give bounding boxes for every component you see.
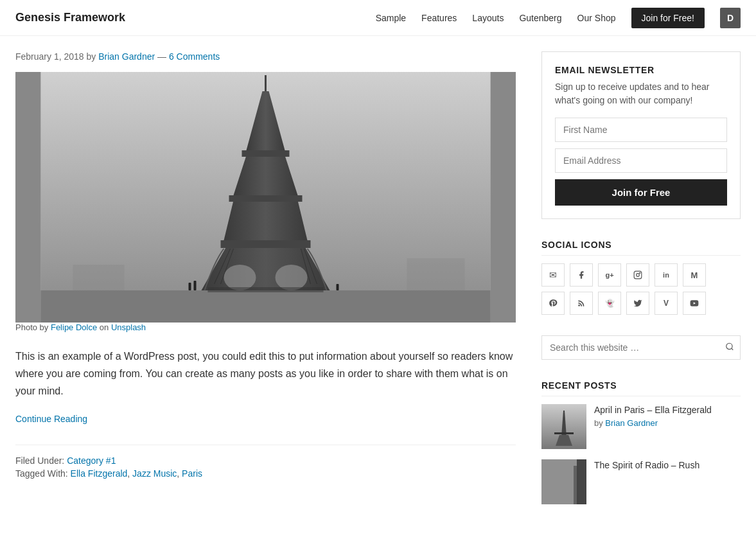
svg-point-15 <box>224 265 256 290</box>
post-author-link[interactable]: Brian Gardner <box>98 51 155 62</box>
page-wrapper: February 1, 2018 by Brian Gardner — 6 Co… <box>0 36 756 525</box>
recent-post-title-link-1[interactable]: April in Paris – Ella Fitzgerald <box>594 405 712 415</box>
svg-rect-6 <box>229 195 303 202</box>
search-input-wrap <box>541 335 741 360</box>
nav-layouts[interactable]: Layouts <box>472 13 504 23</box>
post-footer: Filed Under: Category #1 Tagged With: El… <box>15 445 516 479</box>
nav-sample[interactable]: Sample <box>376 13 406 23</box>
nav-our-shop[interactable]: Our Shop <box>577 13 616 23</box>
post-comments-link[interactable]: 6 Comments <box>169 51 220 62</box>
svg-point-24 <box>637 274 640 277</box>
recent-posts-title: Recent Posts <box>541 380 741 396</box>
recent-post-item-2: The Spirit of Radio – Rush <box>541 459 741 504</box>
recent-post-item: April in Paris – Ella Fitzgerald by Bria… <box>541 404 741 449</box>
pinterest-icon[interactable] <box>541 292 565 315</box>
eiffel-tower-illustration <box>15 72 516 323</box>
svg-rect-8 <box>242 150 290 157</box>
email-icon[interactable]: ✉ <box>541 263 565 287</box>
main-content: February 1, 2018 by Brian Gardner — 6 Co… <box>15 51 516 525</box>
recent-posts-widget: Recent Posts <box>541 380 741 504</box>
nav-join-free[interactable]: Join for Free! <box>631 8 705 28</box>
tag-paris[interactable]: Paris <box>182 468 202 479</box>
recent-post-author-1: by Brian Gardner <box>594 418 712 428</box>
tagged-with-label: Tagged With: <box>15 468 68 479</box>
recent-post-thumbnail-2 <box>541 459 586 504</box>
tag-ella-fitzgerald[interactable]: Ella Fitzgerald <box>71 468 128 479</box>
svg-rect-19 <box>194 281 197 290</box>
recent-post-info-2: The Spirit of Radio – Rush <box>594 459 699 472</box>
recent-post-thumbnail-image-1 <box>541 404 586 449</box>
search-icon <box>725 342 734 351</box>
svg-rect-18 <box>189 283 191 290</box>
post-image-container: Photo by Felipe Dolce on Unsplash <box>15 72 516 332</box>
svg-rect-4 <box>221 240 311 248</box>
snapchat-icon[interactable]: 👻 <box>598 292 621 315</box>
social-icons-title: Social Icons <box>541 240 741 256</box>
recent-post-info-1: April in Paris – Ella Fitzgerald by Bria… <box>594 404 712 428</box>
svg-line-29 <box>732 348 734 350</box>
rss-icon[interactable] <box>570 292 593 315</box>
svg-point-16 <box>276 265 308 290</box>
svg-point-28 <box>726 343 732 349</box>
linkedin-icon[interactable]: in <box>655 263 678 287</box>
tag-jazz-music[interactable]: Jazz Music <box>132 468 177 479</box>
svg-rect-22 <box>407 258 465 290</box>
email-input[interactable] <box>555 148 727 173</box>
recent-post-thumbnail-1 <box>541 404 586 449</box>
site-logo[interactable]: Genesis Framework <box>15 11 125 24</box>
post-meta: February 1, 2018 by Brian Gardner — 6 Co… <box>15 51 516 62</box>
filed-under-category-link[interactable]: Category #1 <box>67 455 116 466</box>
photo-credit-author-link[interactable]: Felipe Dolce <box>51 323 97 332</box>
recent-post-thumbnail-image-2 <box>541 459 586 504</box>
nav-features[interactable]: Features <box>421 13 457 23</box>
search-submit-button[interactable] <box>725 342 734 353</box>
svg-rect-17 <box>208 287 324 292</box>
post-by: by <box>87 51 99 62</box>
svg-rect-20 <box>337 284 339 290</box>
newsletter-widget: Email Newsletter Sign up to receive upda… <box>541 51 741 219</box>
instagram-icon[interactable] <box>626 263 649 287</box>
post-body: This is an example of a WordPress post, … <box>15 348 516 400</box>
recent-post-title-link-2[interactable]: The Spirit of Radio – Rush <box>594 460 699 470</box>
twitter-icon[interactable] <box>626 292 649 315</box>
sidebar: Email Newsletter Sign up to receive upda… <box>541 51 741 525</box>
continue-reading-link[interactable]: Continue Reading <box>15 414 87 424</box>
tagged-with: Tagged With: Ella Fitzgerald, Jazz Music… <box>15 468 516 479</box>
photo-credit-site-link[interactable]: Unsplash <box>111 323 146 332</box>
search-input[interactable] <box>541 335 741 360</box>
search-widget <box>541 335 741 360</box>
youtube-icon[interactable] <box>683 292 706 315</box>
photo-credit: Photo by Felipe Dolce on Unsplash <box>15 323 516 332</box>
site-header: Genesis Framework Sample Features Layout… <box>0 0 756 36</box>
facebook-icon[interactable] <box>570 263 593 287</box>
svg-rect-38 <box>574 466 579 504</box>
filed-under: Filed Under: Category #1 <box>15 455 516 466</box>
newsletter-form: Join for Free <box>555 118 727 206</box>
svg-rect-34 <box>554 432 574 434</box>
filed-under-label: Filed Under: <box>15 455 64 466</box>
post-date: February 1, 2018 <box>15 51 84 62</box>
svg-marker-5 <box>224 200 308 240</box>
nav-gutenberg[interactable]: Gutenberg <box>519 13 561 23</box>
medium-icon[interactable]: M <box>683 263 706 287</box>
main-nav: Sample Features Layouts Gutenberg Our Sh… <box>376 8 741 28</box>
googleplus-icon[interactable]: g+ <box>598 263 621 287</box>
join-free-button[interactable]: Join for Free <box>555 179 727 206</box>
avatar[interactable]: D <box>720 8 741 28</box>
svg-rect-21 <box>73 265 125 290</box>
social-icons-widget: Social Icons ✉ g+ in M 👻 <box>541 240 741 315</box>
post-featured-image <box>15 72 516 323</box>
svg-point-25 <box>640 272 640 273</box>
post-separator: — <box>157 51 169 62</box>
social-icons-grid: ✉ g+ in M 👻 V <box>541 263 741 315</box>
newsletter-widget-title: Email Newsletter <box>555 65 727 75</box>
newsletter-description: Sign up to receive updates and to hear w… <box>555 80 727 107</box>
svg-rect-23 <box>634 271 642 279</box>
first-name-input[interactable] <box>555 118 727 142</box>
vimeo-icon[interactable]: V <box>655 292 678 315</box>
recent-post-author-link-1[interactable]: Brian Gardner <box>605 418 658 428</box>
svg-point-26 <box>578 305 580 306</box>
svg-rect-2 <box>41 290 491 323</box>
